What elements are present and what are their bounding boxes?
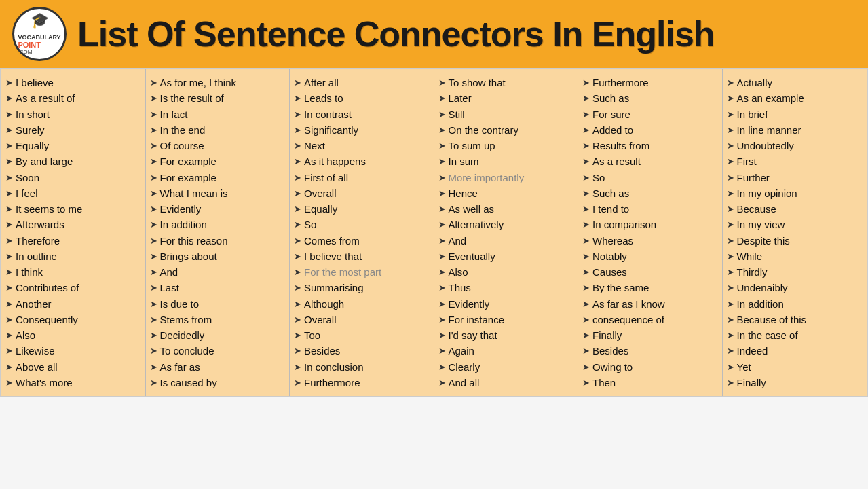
connector-text: Finally bbox=[737, 375, 863, 391]
arrow-icon: ➤ bbox=[5, 171, 13, 185]
connector-text: As far as I know bbox=[592, 296, 718, 312]
list-item: ➤Above all bbox=[5, 359, 141, 375]
list-item: ➤Thus bbox=[438, 280, 574, 295]
column-3: ➤After all➤Leads to➤In contrast➤Signific… bbox=[290, 69, 434, 396]
arrow-icon: ➤ bbox=[727, 187, 734, 200]
arrow-icon: ➤ bbox=[5, 234, 13, 248]
arrow-icon: ➤ bbox=[5, 218, 13, 232]
arrow-icon: ➤ bbox=[727, 108, 734, 122]
connector-text: Stems from bbox=[160, 312, 286, 327]
connector-text: Equally bbox=[304, 201, 430, 217]
connector-text: Evidently bbox=[160, 201, 286, 217]
list-item: ➤Although bbox=[294, 296, 430, 312]
list-item: ➤Besides bbox=[582, 343, 718, 359]
list-item: ➤Equally bbox=[5, 138, 141, 153]
list-item: ➤Alternatively bbox=[438, 217, 574, 232]
connector-text: Another bbox=[16, 296, 141, 312]
list-item: ➤Finally bbox=[727, 375, 863, 391]
list-item: ➤Consequently bbox=[5, 312, 141, 327]
connector-text: Comes from bbox=[304, 233, 430, 249]
arrow-icon: ➤ bbox=[294, 376, 301, 390]
connector-text: Next bbox=[304, 138, 430, 153]
connector-text: Furthermore bbox=[592, 75, 718, 90]
arrow-icon: ➤ bbox=[5, 139, 13, 153]
connector-text: Last bbox=[160, 280, 286, 295]
list-item: ➤On the contrary bbox=[438, 122, 574, 138]
connector-text: For example bbox=[160, 153, 286, 169]
connector-text: In contrast bbox=[304, 107, 430, 122]
list-item: ➤I think bbox=[5, 264, 141, 280]
column-2: ➤As for me, I think➤Is the result of➤In … bbox=[146, 69, 290, 396]
list-item: ➤In conclusion bbox=[294, 359, 430, 375]
arrow-icon: ➤ bbox=[438, 234, 446, 248]
page-title: List Of Sentence Connectors In English bbox=[77, 14, 715, 54]
list-item: ➤Of course bbox=[150, 138, 286, 153]
connector-text: Summarising bbox=[304, 280, 430, 295]
list-item: ➤Likewise bbox=[5, 343, 141, 359]
list-item: ➤Further bbox=[727, 170, 863, 185]
connector-text: I tend to bbox=[592, 201, 718, 217]
logo-line2: POINT bbox=[18, 41, 60, 49]
arrow-icon: ➤ bbox=[150, 234, 157, 248]
connector-text: In addition bbox=[160, 217, 286, 232]
arrow-icon: ➤ bbox=[150, 297, 157, 311]
list-item: ➤More importantly bbox=[438, 170, 574, 185]
list-item: ➤Also bbox=[5, 327, 141, 343]
arrow-icon: ➤ bbox=[582, 250, 590, 264]
arrow-icon: ➤ bbox=[150, 250, 157, 264]
connector-text: And bbox=[449, 233, 574, 249]
connector-text: First of all bbox=[304, 170, 430, 185]
list-item: ➤Such as bbox=[582, 90, 718, 106]
connector-text: More importantly bbox=[449, 170, 574, 185]
arrow-icon: ➤ bbox=[727, 329, 734, 342]
arrow-icon: ➤ bbox=[727, 361, 734, 374]
logo: 🎓 VOCABULARY POINT .COM bbox=[12, 7, 67, 61]
arrow-icon: ➤ bbox=[5, 76, 13, 90]
connector-text: For the most part bbox=[304, 264, 430, 280]
connector-text: In addition bbox=[737, 296, 863, 312]
arrow-icon: ➤ bbox=[5, 297, 13, 311]
list-item: ➤For this reason bbox=[150, 233, 286, 249]
column-4: ➤To show that➤Later➤Still➤On the contrar… bbox=[434, 69, 579, 396]
arrow-icon: ➤ bbox=[294, 297, 301, 311]
arrow-icon: ➤ bbox=[150, 361, 157, 374]
arrow-icon: ➤ bbox=[582, 92, 590, 105]
connector-text: What's more bbox=[16, 375, 141, 391]
arrow-icon: ➤ bbox=[5, 329, 13, 342]
list-item: ➤I tend to bbox=[582, 201, 718, 217]
list-item: ➤Thirdly bbox=[727, 264, 863, 280]
list-item: ➤And all bbox=[438, 375, 574, 391]
connector-text: For instance bbox=[449, 312, 574, 327]
connector-text: Thus bbox=[449, 280, 574, 295]
arrow-icon: ➤ bbox=[150, 281, 157, 295]
arrow-icon: ➤ bbox=[582, 218, 590, 232]
connector-text: Equally bbox=[16, 138, 141, 153]
arrow-icon: ➤ bbox=[582, 376, 590, 390]
connector-text: I feel bbox=[16, 185, 141, 201]
list-item: ➤For example bbox=[150, 153, 286, 169]
list-item: ➤Hence bbox=[438, 185, 574, 201]
arrow-icon: ➤ bbox=[582, 187, 590, 200]
arrow-icon: ➤ bbox=[5, 250, 13, 264]
arrow-icon: ➤ bbox=[150, 124, 157, 137]
list-item: ➤Besides bbox=[294, 343, 430, 359]
connector-text: I believe that bbox=[304, 249, 430, 264]
list-item: ➤I believe bbox=[5, 75, 141, 90]
arrow-icon: ➤ bbox=[438, 329, 446, 342]
arrow-icon: ➤ bbox=[438, 266, 446, 279]
arrow-icon: ➤ bbox=[294, 124, 301, 137]
connector-text: In line manner bbox=[737, 122, 863, 138]
arrow-icon: ➤ bbox=[582, 266, 590, 279]
list-item: ➤Overall bbox=[294, 312, 430, 327]
arrow-icon: ➤ bbox=[5, 313, 13, 327]
arrow-icon: ➤ bbox=[438, 92, 446, 105]
arrow-icon: ➤ bbox=[5, 266, 13, 279]
list-item: ➤Added to bbox=[582, 122, 718, 138]
list-item: ➤consequence of bbox=[582, 312, 718, 327]
arrow-icon: ➤ bbox=[294, 218, 301, 232]
list-item: ➤So bbox=[582, 170, 718, 185]
connector-text: For sure bbox=[592, 107, 718, 122]
arrow-icon: ➤ bbox=[5, 187, 13, 200]
arrow-icon: ➤ bbox=[438, 344, 446, 358]
connector-text: Although bbox=[304, 296, 430, 312]
